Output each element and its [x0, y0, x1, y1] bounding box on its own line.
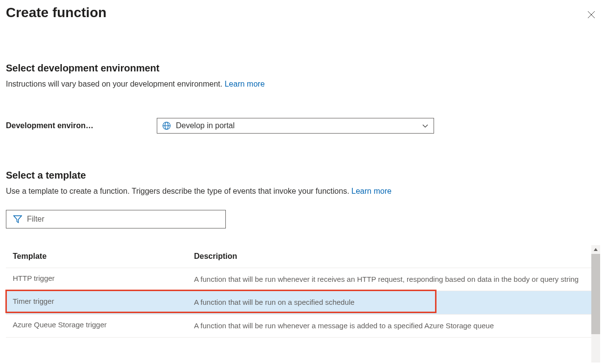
template-name: HTTP trigger: [13, 274, 194, 285]
page-title: Create function: [6, 5, 106, 21]
template-instruction: Use a template to create a function. Tri…: [6, 186, 600, 197]
svg-marker-6: [594, 248, 598, 251]
template-description: A function that will be run on a specifi…: [194, 297, 584, 308]
template-learn-more-link[interactable]: Learn more: [351, 187, 391, 195]
scrollbar-thumb[interactable]: [591, 254, 600, 334]
filter-icon: [13, 215, 22, 224]
template-name: Timer trigger: [13, 297, 194, 308]
dev-env-selected-value: Develop in portal: [176, 121, 422, 130]
template-instruction-text: Use a template to create a function. Tri…: [6, 187, 351, 195]
env-instruction-text: Instructions will vary based on your dev…: [6, 80, 224, 88]
template-description: A function that will be run whenever it …: [194, 274, 584, 285]
filter-input[interactable]: [27, 215, 218, 224]
table-row[interactable]: HTTP triggerA function that will be run …: [6, 268, 591, 292]
svg-marker-5: [14, 216, 22, 223]
triangle-up-icon: [593, 247, 598, 252]
dev-env-label: Development environ…: [6, 121, 157, 130]
template-table: Template Description HTTP triggerA funct…: [6, 245, 591, 338]
table-header-row: Template Description: [6, 245, 591, 268]
table-row[interactable]: Azure Queue Storage triggerA function th…: [6, 315, 591, 338]
scrollbar[interactable]: [591, 245, 600, 363]
close-icon: [587, 11, 595, 19]
template-description: A function that will be run whenever a m…: [194, 320, 584, 332]
env-instruction: Instructions will vary based on your dev…: [6, 79, 600, 90]
globe-icon: [162, 121, 171, 130]
table-header-template[interactable]: Template: [13, 252, 194, 261]
table-row[interactable]: Timer triggerA function that will be run…: [6, 291, 591, 315]
close-button[interactable]: [584, 8, 598, 22]
env-learn-more-link[interactable]: Learn more: [224, 80, 265, 88]
scrollbar-up-arrow[interactable]: [591, 245, 600, 254]
chevron-down-icon: [422, 122, 429, 129]
dev-env-dropdown[interactable]: Develop in portal: [157, 118, 434, 134]
env-section-heading: Select development environment: [6, 63, 600, 74]
filter-box[interactable]: [6, 210, 226, 228]
table-header-description[interactable]: Description: [194, 252, 584, 261]
template-section-heading: Select a template: [6, 170, 600, 181]
template-name: Azure Queue Storage trigger: [13, 320, 194, 332]
